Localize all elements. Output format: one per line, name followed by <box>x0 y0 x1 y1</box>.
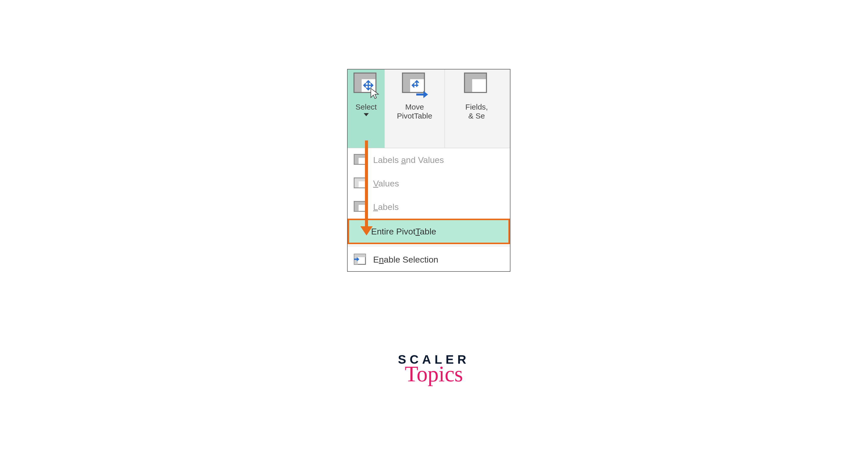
move-pivottable-button[interactable]: Move PivotTable <box>384 69 444 148</box>
labels-icon <box>354 201 367 213</box>
cursor-icon <box>370 87 380 100</box>
select-dropdown-menu: Labels and Values Values Labels Entire P… <box>348 148 510 271</box>
menu-item-values: Values <box>348 172 510 195</box>
menu-item-enable-selection[interactable]: Enable Selection <box>348 248 510 271</box>
excel-select-dropdown-panel: Select <box>347 69 510 272</box>
ribbon-actions-row: Select <box>348 69 510 148</box>
move-label: Move PivotTable <box>397 103 432 120</box>
labels-text: Labels <box>373 202 399 212</box>
menu-item-labels: Labels <box>348 195 510 219</box>
fields-icon <box>464 73 490 98</box>
enable-selection-text: Enable Selection <box>373 255 438 265</box>
move-pivottable-icon <box>402 73 428 98</box>
labels-and-values-text: Labels and Values <box>373 155 444 165</box>
select-button[interactable]: Select <box>348 69 384 148</box>
fields-label: Fields, & Se <box>465 103 488 120</box>
annotation-arrow <box>365 141 368 227</box>
arrow-right-icon <box>415 89 429 99</box>
scaler-topics-logo: SCALER Topics <box>388 352 480 385</box>
enable-selection-icon <box>354 254 367 265</box>
select-pivottable-icon <box>353 73 379 98</box>
fields-button[interactable]: Fields, & Se <box>444 69 508 148</box>
menu-item-labels-and-values: Labels and Values <box>348 148 510 172</box>
dropdown-caret-icon <box>364 113 369 116</box>
select-label: Select <box>355 103 377 112</box>
values-icon <box>354 177 367 189</box>
values-text: Values <box>373 178 399 189</box>
labels-values-icon <box>354 154 367 166</box>
menu-divider <box>348 246 510 246</box>
